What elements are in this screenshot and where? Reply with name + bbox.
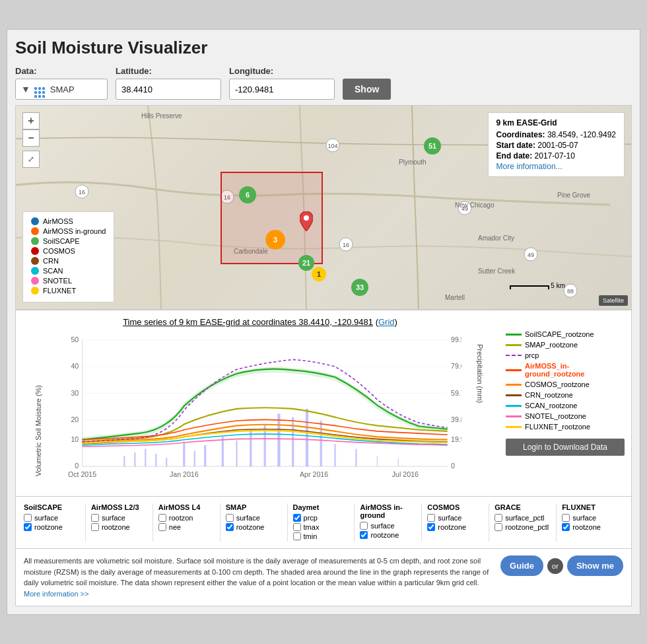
checkbox-label-4-0: prcp [304,514,318,522]
checkbox-8-0[interactable] [562,514,570,522]
y-label-right: Precipitation (mm) [476,344,484,403]
legend-snotel: SNOTEL [31,277,106,285]
chart-canvas-wrap: 50 40 30 20 10 0 99.57 79.65 59.74 39.83… [54,331,461,489]
svg-point-0 [75,185,88,198]
app-container: Soil Moisture Visualizer Data: ▼ SMAP La… [7,29,640,615]
checkbox-5-0[interactable] [360,522,368,530]
checkbox-group-soilscape: SoilSCAPEsurfacerootzone [24,503,86,542]
svg-point-10 [326,139,339,152]
checkbox-item-4-1: tmax [293,523,349,531]
cluster-1[interactable]: 1 [312,267,326,281]
checkbox-item-7-1: rootzone_pctl [494,523,551,531]
checkbox-group-airmoss-in-ground: AirMOSS in-groundsurfacerootzone [355,503,422,542]
checkbox-label-7-0: surface_pctl [505,514,544,522]
checkbox-4-2[interactable] [293,532,301,540]
data-selector[interactable]: ▼ SMAP [15,79,108,100]
lat-input[interactable] [116,79,221,100]
map-legend: AirMOSS AirMOSS in-ground SoilSCAPE COSM… [22,211,114,303]
checkbox-label-6-0: surface [438,514,461,522]
checkbox-4-0[interactable] [293,514,301,522]
legend-airmoss: AirMOSS [31,217,106,225]
checkbox-item-8-0: surface [562,514,618,522]
zoom-in-button[interactable]: + [22,112,40,129]
checkbox-0-1[interactable] [24,523,32,531]
chart-section: Time series of 9 km EASE-grid at coordin… [15,310,632,497]
or-badge: or [547,558,563,574]
map-label-martell: Martell [445,294,465,301]
checkbox-item-6-1: rootzone [427,523,483,531]
data-value: SMAP [50,85,75,94]
guide-button[interactable]: Guide [500,555,543,576]
pin-marker [300,211,313,234]
checkbox-label-5-1: rootzone [370,531,399,539]
cluster-21[interactable]: 21 [298,255,314,271]
app-title: Soil Moisture Visualizer [15,38,632,58]
y-axis-labels-right: Precipitation (mm) [461,331,498,489]
cluster-51[interactable]: 51 [424,137,441,155]
show-button[interactable]: Show [343,79,391,100]
scale-bar: 5 km [510,282,565,289]
checkbox-label-0-0: surface [34,514,58,522]
checkbox-0-0[interactable] [24,514,32,522]
checkbox-4-1[interactable] [293,523,301,531]
checkbox-group-smap: SMAPsurfacerootzone [221,503,288,542]
info-more-link[interactable]: More information... [496,162,562,171]
download-button[interactable]: Login to Download Data [506,439,625,456]
fullscreen-button[interactable]: ⤢ [22,151,40,168]
footer-text: All measurements are volumetric soil moi… [24,555,493,599]
checkbox-item-4-0: prcp [293,514,349,522]
checkbox-group-title-5: AirMOSS in-ground [360,503,416,519]
info-footer: All measurements are volumetric soil moi… [15,549,632,606]
checkbox-7-0[interactable] [494,514,502,522]
checkbox-6-0[interactable] [427,514,435,522]
checkbox-5-1[interactable] [360,531,368,539]
grid-icon [34,81,46,98]
checkbox-3-0[interactable] [226,514,234,522]
checkbox-8-1[interactable] [562,523,570,531]
checkbox-item-8-1: rootzone [562,523,618,531]
checkbox-item-2-1: nee [158,523,215,531]
svg-text:10: 10 [71,435,79,443]
checkbox-item-0-1: rootzone [24,523,80,531]
checkbox-6-1[interactable] [427,523,435,531]
checkbox-7-1[interactable] [494,523,502,531]
legend-smap-rootzone: SMAP_rootzone [506,341,625,349]
y-label-left: Volumetric Soil Moisture (%) [34,385,42,476]
checkbox-label-0-1: rootzone [34,523,63,531]
footer-more-link[interactable]: More information >> [24,590,88,598]
checkbox-3-1[interactable] [226,523,234,531]
map-section: 16 16 16 49 49 104 88 Hills Preserve Ply… [15,105,632,310]
map-label-plymouth: Plymouth [399,159,426,166]
map-label-suttercreek: Sutter Creek [478,268,515,275]
checkbox-2-1[interactable] [158,523,166,531]
checkbox-group-airmoss-l2/3: AirMOSS L2/3surfacerootzone [86,503,153,542]
legend-cosmos: COSMOS [31,247,106,255]
legend-fluxnet-rootzone: FLUXNET_rootzone [506,423,625,431]
cluster-33[interactable]: 33 [351,279,368,296]
checkbox-group-cosmos: COSMOSsurfacerootzone [422,503,489,542]
svg-text:104: 104 [327,143,337,149]
satellite-button[interactable]: Satellite [599,295,628,306]
checkbox-1-1[interactable] [91,523,99,531]
zoom-out-button[interactable]: − [22,129,40,147]
svg-text:40: 40 [71,362,79,370]
map-label-amador: Amador City [478,234,514,242]
showme-button[interactable]: Show me [567,555,623,576]
checkbox-label-2-0: rootzon [169,514,193,522]
checkbox-item-0-0: surface [24,514,80,522]
cluster-6[interactable]: 6 [239,186,256,203]
checkbox-item-3-0: surface [226,514,282,522]
checkbox-group-title-1: AirMOSS L2/3 [91,503,147,511]
svg-text:50: 50 [71,336,79,343]
cluster-3[interactable]: 3 [265,230,285,250]
checkbox-2-0[interactable] [158,514,166,522]
checkbox-label-4-2: tmin [304,532,318,540]
lon-input[interactable] [229,79,335,100]
legend-fluxnet: FLUXNET [31,287,106,295]
checkbox-1-0[interactable] [91,514,99,522]
chart-area: Time series of 9 km EASE-grid at coordin… [22,317,498,489]
legend-airmoss-inground: AirMOSS in-ground [31,227,106,235]
legend-cosmos-rootzone: COSMOS_rootzone [506,380,625,388]
checkbox-item-1-1: rootzone [91,523,147,531]
checkbox-group-title-3: SMAP [226,503,282,511]
